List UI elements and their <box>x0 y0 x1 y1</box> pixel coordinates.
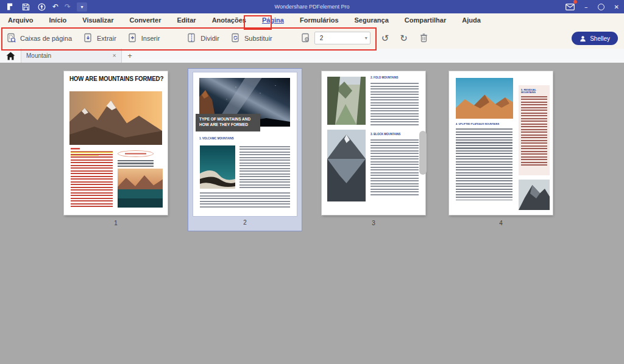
titlebar: Wondershare PDFelement Pro ↶ ↷ ▾ – ✕ <box>0 0 624 13</box>
page-number-label-3: 3 <box>322 220 425 226</box>
app-window: Wondershare PDFelement Pro ↶ ↷ ▾ – ✕ <box>0 0 624 364</box>
body-text-red <box>71 152 113 209</box>
redo-icon[interactable]: ↷ <box>65 2 71 11</box>
page-number-label-2: 2 <box>188 219 302 226</box>
home-button[interactable] <box>0 49 21 63</box>
notification-dot <box>573 0 577 4</box>
person-icon <box>580 35 586 42</box>
mountain-reflection-photo <box>327 130 366 201</box>
split-label: Dividir <box>200 35 219 42</box>
doc-page1-title: HOW ARE MOUNTAINS FORMED? <box>69 75 160 83</box>
page-boxes-label: Caixas de página <box>20 35 72 42</box>
page-number-label-4: 4 <box>449 220 553 226</box>
page-crop-icon <box>6 33 16 43</box>
tab-title: Mountain <box>26 52 112 59</box>
red-subheading <box>71 148 80 150</box>
split-button[interactable]: Dividir <box>186 33 219 43</box>
page-extract-icon <box>83 33 93 43</box>
page-organizer-canvas: HOW ARE MOUNTAINS FORMED? <box>0 63 624 364</box>
save-icon[interactable] <box>21 2 30 12</box>
user-account-button[interactable]: Shelley <box>572 32 618 45</box>
insert-label: Inserir <box>141 35 160 42</box>
menu-pagina-active[interactable]: Página <box>254 13 292 27</box>
quickbar-dropdown-icon[interactable]: ▾ <box>77 2 87 12</box>
window-title: Wondershare PDFelement Pro <box>0 0 624 13</box>
menu-ajuda[interactable]: Ajuda <box>454 13 489 27</box>
doc-heading-residual: 5. RESIDUAL MOUNTAINS <box>519 85 550 96</box>
rocky-peak-photo <box>519 180 550 210</box>
menu-formularios[interactable]: Formulários <box>292 13 347 27</box>
selected-page-frame: TYPE OF MOUNTAINS AND HOW ARE THEY FORME… <box>188 68 302 231</box>
doc-heading-block: 3. BLOCK MOUNTAINS <box>370 133 400 136</box>
menu-editar[interactable]: Editar <box>169 13 204 27</box>
sunlit-ridge-photo <box>456 78 513 119</box>
page-thumbnail-2-selected[interactable]: TYPE OF MOUNTAINS AND HOW ARE THEY FORME… <box>193 72 297 216</box>
page-number-label-1: 1 <box>64 220 168 226</box>
delete-page-button[interactable] <box>419 33 429 43</box>
green-valley-photo <box>327 77 366 125</box>
pdfelement-logo-icon <box>5 2 15 12</box>
doc-heading-fold: 2. FOLD MOUNTAINS <box>370 76 398 79</box>
user-name: Shelley <box>590 35 610 42</box>
menu-converter[interactable]: Converter <box>121 13 169 27</box>
page-replace-icon <box>230 33 241 43</box>
lake-mountain-photo <box>118 169 163 208</box>
maximize-button[interactable] <box>598 4 604 10</box>
rotate-right-button[interactable]: ↻ <box>400 33 408 44</box>
doc-heading-uplifted: 4. UPLIFTED PLATEAUX MOUNTAINS <box>456 122 499 125</box>
page-insert-icon <box>127 33 138 43</box>
body-text <box>239 146 290 188</box>
sidebar-panel: 5. RESIDUAL MOUNTAINS <box>519 85 550 175</box>
menu-anotacoes[interactable]: Anotações <box>204 13 254 27</box>
tab-close-icon[interactable]: ✕ <box>112 53 116 58</box>
rotate-left-button[interactable]: ↺ <box>381 33 389 44</box>
tabbar: Mountain ✕ + <box>0 49 624 63</box>
document-tab[interactable]: Mountain ✕ <box>21 49 122 63</box>
scrollbar-thumb[interactable] <box>419 131 427 175</box>
page-boxes-button[interactable]: Caixas de página <box>6 33 72 43</box>
body-text <box>370 139 419 196</box>
minimize-button[interactable]: – <box>584 3 588 11</box>
page-toolbar: Caixas de página Extrair Inserir Dividir… <box>0 27 624 49</box>
extract-label: Extrair <box>97 35 116 42</box>
page-number-icon <box>300 33 311 43</box>
menu-compartilhar[interactable]: Compartilhar <box>397 13 454 27</box>
menubar: Arquivo Início Visualizar Converter Edit… <box>0 13 624 27</box>
body-text <box>118 160 154 167</box>
body-text-maroon <box>521 96 547 166</box>
page-thumbnail-3[interactable]: 2. FOLD MOUNTAINS 3. BLOCK MOUNTAINS <box>322 71 425 215</box>
page-thumbnail-1[interactable]: HOW ARE MOUNTAINS FORMED? <box>64 71 168 215</box>
new-tab-button[interactable]: + <box>122 49 138 63</box>
extract-button[interactable]: Extrair <box>83 33 116 43</box>
body-text <box>200 192 290 208</box>
doc-heading-volcanic: 1. VOLCANIC MOUNTAINS <box>199 137 234 140</box>
menu-visualizar[interactable]: Visualizar <box>74 13 121 27</box>
page-number-input[interactable] <box>314 32 370 44</box>
page-split-icon <box>186 33 197 43</box>
insert-button[interactable]: Inserir <box>127 33 160 43</box>
replace-label: Substituir <box>244 35 272 42</box>
doc-page2-overlay-title: TYPE OF MOUNTAINS AND HOW ARE THEY FORME… <box>196 114 260 131</box>
undo-icon[interactable]: ↶ <box>52 2 58 11</box>
page-thumbnail-4[interactable]: 4. UPLIFTED PLATEAUX MOUNTAINS 5. RESIDU… <box>449 71 553 215</box>
replace-button[interactable]: Substituir <box>230 33 272 43</box>
hot-spring-photo <box>200 145 235 189</box>
menu-arquivo[interactable]: Arquivo <box>0 13 41 27</box>
share-up-icon[interactable] <box>37 2 46 12</box>
mountain-sunset-photo <box>69 91 162 145</box>
home-icon <box>6 52 15 60</box>
body-text <box>456 128 512 200</box>
menu-inicio[interactable]: Início <box>41 13 75 27</box>
menu-seguranca[interactable]: Segurança <box>347 13 397 27</box>
messages-icon[interactable] <box>565 2 575 12</box>
close-button[interactable]: ✕ <box>614 4 619 10</box>
body-text <box>370 83 419 125</box>
stamp-badge <box>118 150 154 157</box>
